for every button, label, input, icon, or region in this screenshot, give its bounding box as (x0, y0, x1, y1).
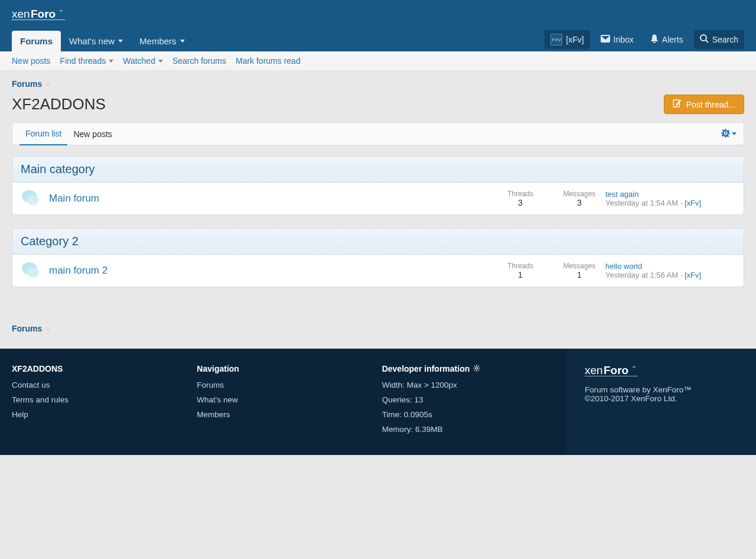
footer-software-link[interactable]: Forum software by XenForo™ (585, 385, 692, 394)
footer-nav-forums[interactable]: Forums (197, 381, 370, 389)
dev-info: Memory: 6.39MB (382, 425, 555, 434)
svg-point-11 (476, 367, 478, 369)
subnav-new-posts[interactable]: New posts (12, 56, 50, 66)
footer-help[interactable]: Help (12, 410, 185, 419)
speech-bubbles-icon (21, 188, 41, 209)
footer-copyright: ©2010-2017 XenForo Ltd. (585, 394, 738, 403)
svg-text:xen: xen (12, 8, 30, 20)
footer-col-title: XF2ADDONS (12, 364, 185, 373)
subnav-mark-read[interactable]: Mark forums read (236, 56, 301, 66)
footer-terms[interactable]: Terms and rules (12, 395, 185, 404)
category-title[interactable]: Main category (21, 162, 95, 176)
latest-user-link[interactable]: [xFv] (685, 199, 701, 207)
chevron-down-icon (732, 132, 737, 135)
category-title[interactable]: Category 2 (21, 235, 79, 248)
svg-point-4 (700, 35, 706, 41)
subnav-find-threads[interactable]: Find threads (60, 56, 113, 66)
svg-line-5 (706, 40, 708, 43)
alerts-button[interactable]: Alerts (644, 30, 689, 49)
svg-rect-15 (585, 376, 638, 376)
messages-label: Messages (562, 190, 597, 198)
svg-text:™: ™ (59, 9, 63, 13)
svg-text:Foro: Foro (31, 8, 56, 20)
latest-user-link[interactable]: [xFv] (685, 271, 701, 280)
messages-count: 3 (562, 198, 597, 207)
brand-logo[interactable]: xen Foro ™ (12, 8, 77, 21)
footer-dev-title: Developer information (382, 364, 555, 373)
post-thread-button[interactable]: Post thread... (664, 95, 744, 114)
nav-tab-members[interactable]: Members (131, 31, 193, 51)
user-menu[interactable]: FXV [xFv] (545, 30, 589, 49)
nav-tab-whatsnew[interactable]: What's new (61, 31, 131, 51)
inbox-button[interactable]: Inbox (595, 30, 640, 49)
dev-info: Queries: 13 (382, 395, 555, 404)
chevron-down-icon (180, 40, 185, 43)
threads-count: 3 (503, 198, 538, 207)
forum-node: Main forumThreads3Messages3test againYes… (12, 183, 744, 214)
chevron-right-icon: › (47, 325, 49, 332)
envelope-icon (601, 35, 610, 44)
breadcrumb-forums[interactable]: Forums (12, 79, 42, 89)
nav-tab-forums[interactable]: Forums (12, 31, 61, 51)
footer-brand-logo[interactable]: xen Foro ™ (585, 364, 738, 379)
latest-thread-link[interactable]: test again (605, 190, 638, 199)
svg-rect-3 (12, 20, 65, 20)
search-button[interactable]: Search (694, 30, 744, 49)
forum-node: main forum 2Threads1Messages1hello world… (12, 255, 744, 287)
breadcrumb-forums-bottom[interactable]: Forums (12, 324, 42, 333)
messages-label: Messages (562, 262, 597, 270)
footer-nav-members[interactable]: Members (197, 410, 370, 419)
settings-button[interactable] (721, 129, 737, 139)
latest-time: Yesterday at 1:56 AM (605, 271, 678, 280)
dev-info: Time: 0.0905s (382, 410, 555, 419)
footer-contact[interactable]: Contact us (12, 381, 185, 389)
subnav-search-forums[interactable]: Search forums (172, 56, 226, 66)
tab-new-posts[interactable]: New posts (67, 124, 118, 145)
threads-label: Threads (503, 262, 538, 270)
speech-bubbles-icon (21, 261, 41, 281)
threads-count: 1 (503, 270, 538, 280)
gear-icon (473, 364, 480, 373)
footer-nav-whatsnew[interactable]: What's new (197, 395, 370, 404)
forum-title[interactable]: main forum 2 (49, 265, 107, 276)
footer-col-title: Navigation (197, 364, 370, 373)
page-title: XF2ADDONS (12, 95, 664, 113)
chevron-down-icon (158, 60, 163, 63)
chevron-down-icon (118, 40, 123, 43)
svg-text:xen: xen (585, 364, 603, 376)
bell-icon (650, 34, 659, 45)
svg-point-8 (27, 196, 38, 204)
latest-thread-link[interactable]: hello world (605, 262, 642, 271)
messages-count: 1 (562, 270, 597, 280)
forum-title[interactable]: Main forum (49, 193, 99, 204)
latest-time: Yesterday at 1:54 AM (605, 199, 678, 207)
tab-forum-list[interactable]: Forum list (19, 123, 67, 145)
threads-label: Threads (503, 190, 538, 198)
svg-text:Foro: Foro (604, 364, 628, 376)
subnav-watched[interactable]: Watched (123, 56, 163, 66)
avatar: FXV (550, 34, 562, 46)
chevron-right-icon: › (47, 80, 49, 87)
chevron-down-icon (109, 60, 113, 63)
dev-info: Width: Max > 1200px (382, 381, 555, 389)
gear-icon (721, 129, 730, 139)
svg-point-10 (27, 268, 38, 277)
search-icon (700, 34, 709, 45)
svg-text:™: ™ (632, 366, 636, 369)
edit-icon (673, 99, 682, 109)
